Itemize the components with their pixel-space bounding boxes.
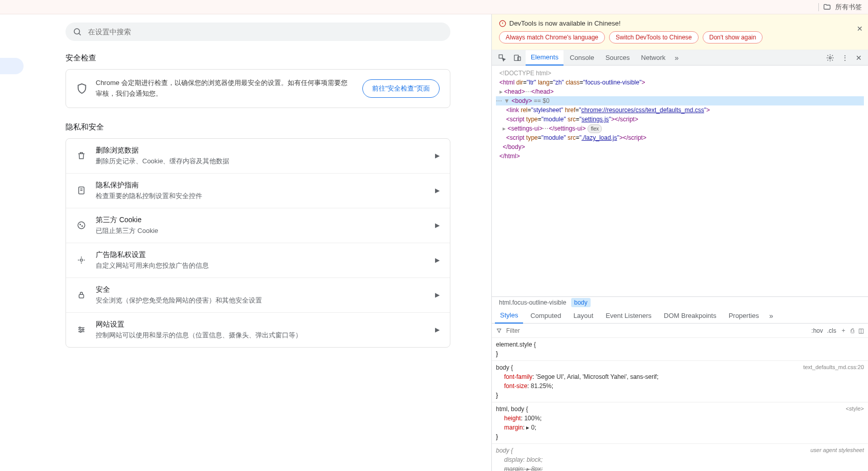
tab-console[interactable]: Console	[565, 50, 599, 66]
hov-toggle[interactable]: :hov	[811, 327, 823, 334]
trash-icon	[76, 151, 86, 160]
svg-point-7	[79, 327, 81, 329]
gear-icon[interactable]	[823, 54, 837, 62]
tab-event-listeners[interactable]: Event Listeners	[600, 308, 657, 324]
settings-pane: 安全检查 Chrome 会定期进行检查，以确保您的浏览器使用最安全的设置。如有任…	[0, 14, 491, 471]
computed-styles-icon[interactable]: ⎙	[851, 327, 854, 334]
svg-point-2	[78, 222, 85, 229]
flex-badge[interactable]: flex	[588, 124, 602, 133]
row-privacy-guide[interactable]: 隐私保护指南检查重要的隐私控制设置和安全控件 ▶	[66, 173, 450, 208]
dom-html-open[interactable]: <html dir="ltr" lang="zh" class="focus-o…	[496, 78, 864, 87]
dom-doctype[interactable]: <!DOCTYPE html>	[496, 69, 864, 78]
breadcrumb: html.focus-outline-visible body	[492, 296, 868, 308]
tab-computed[interactable]: Computed	[525, 308, 566, 324]
dom-script2[interactable]: <script type="module" src="./lazy_load.j…	[496, 133, 864, 142]
safety-check-heading: 安全检查	[66, 53, 450, 63]
devtools-pane: DevTools is now available in Chinese! Al…	[491, 14, 868, 471]
row-security[interactable]: 安全安全浏览（保护您免受危险网站的侵害）和其他安全设置 ▶	[66, 277, 450, 312]
svg-point-3	[80, 224, 81, 225]
more-tabs-icon[interactable]: »	[766, 312, 776, 320]
tab-layout[interactable]: Layout	[568, 308, 598, 324]
ads-icon	[76, 255, 86, 265]
row-sub: 安全浏览（保护您免受危险网站的侵害）和其他安全设置	[96, 296, 426, 305]
inspect-icon[interactable]	[495, 54, 509, 62]
styles-filter-input[interactable]	[506, 327, 807, 334]
svg-point-9	[80, 331, 81, 332]
always-match-language-button[interactable]: Always match Chrome's language	[499, 31, 605, 44]
rule-html-body[interactable]: <style> html, body { height: 100%; margi…	[492, 402, 868, 444]
search-input[interactable]	[88, 28, 443, 36]
cookie-icon	[76, 221, 86, 230]
more-tabs-icon[interactable]: »	[671, 54, 682, 62]
divider	[818, 3, 819, 11]
tab-sources[interactable]: Sources	[600, 50, 635, 66]
info-icon	[499, 20, 506, 27]
rule-body-1[interactable]: text_defaults_md.css:20 body { font-fami…	[492, 361, 868, 402]
row-title: 广告隐私权设置	[96, 250, 426, 260]
folder-icon	[823, 3, 831, 11]
tab-dom-breakpoints[interactable]: DOM Breakpoints	[659, 308, 722, 324]
dont-show-again-button[interactable]: Don't show again	[703, 31, 763, 44]
chevron-right-icon: ▶	[435, 222, 440, 229]
rule-source: user agent stylesheet	[810, 446, 864, 455]
tab-network[interactable]: Network	[636, 50, 671, 66]
all-bookmarks-label[interactable]: 所有书签	[835, 3, 862, 12]
dom-settings-ui[interactable]: ▸ <settings-ui>⋯</settings-ui>flex	[496, 124, 864, 133]
devtools-tabs: Elements Console Sources Network » ⋮ ✕	[492, 50, 868, 66]
crumb-html[interactable]: html.focus-outline-visible	[496, 298, 569, 307]
row-third-party-cookies[interactable]: 第三方 Cookie已阻止第三方 Cookie ▶	[66, 208, 450, 243]
switch-to-chinese-button[interactable]: Switch DevTools to Chinese	[609, 31, 699, 44]
rule-source[interactable]: <style>	[846, 404, 864, 413]
dom-link[interactable]: <link rel="stylesheet" href="chrome://re…	[496, 105, 864, 115]
row-title: 安全	[96, 285, 426, 294]
tab-styles[interactable]: Styles	[495, 308, 523, 324]
styles-filter-bar: :hov .cls ＋ ⎙ ◫	[492, 324, 868, 338]
kebab-icon[interactable]: ⋮	[838, 54, 852, 62]
bookmarks-bar: 所有书签	[0, 0, 868, 14]
styles-body[interactable]: element.style {} text_defaults_md.css:20…	[492, 338, 868, 471]
dom-script1[interactable]: <script type="module" src="settings.js">…	[496, 115, 864, 124]
lock-icon	[76, 290, 86, 299]
row-sub: 检查重要的隐私控制设置和安全控件	[96, 191, 426, 201]
close-devtools-icon[interactable]: ✕	[853, 54, 865, 62]
row-title: 网站设置	[96, 320, 426, 329]
tab-properties[interactable]: Properties	[724, 308, 764, 324]
row-sub: 已阻止第三方 Cookie	[96, 226, 426, 236]
tune-icon	[76, 325, 86, 334]
safety-check-card: Chrome 会定期进行检查，以确保您的浏览器使用最安全的设置。如有任何事项需要…	[66, 69, 450, 108]
row-ad-privacy[interactable]: 广告隐私权设置自定义网站可用来向您投放广告的信息 ▶	[66, 243, 450, 277]
crumb-body[interactable]: body	[571, 298, 591, 307]
cls-toggle[interactable]: .cls	[827, 327, 836, 334]
banner-text: DevTools is now available in Chinese!	[509, 19, 621, 27]
go-to-safety-check-button[interactable]: 前往"安全检查"页面	[362, 79, 440, 98]
dom-html-close[interactable]: </html>	[496, 152, 864, 161]
row-title: 第三方 Cookie	[96, 216, 426, 225]
dom-body-close[interactable]: </body>	[496, 142, 864, 152]
row-clear-browsing-data[interactable]: 删除浏览数据删除历史记录、Cookie、缓存内容及其他数据 ▶	[66, 139, 450, 173]
new-style-icon[interactable]: ＋	[840, 326, 847, 335]
tab-elements[interactable]: Elements	[526, 50, 563, 66]
settings-search[interactable]	[66, 23, 450, 41]
chevron-right-icon: ▶	[435, 152, 440, 159]
sidebar-active-pill	[0, 58, 24, 74]
filter-icon	[496, 328, 502, 334]
dom-tree[interactable]: <!DOCTYPE html> <html dir="ltr" lang="zh…	[492, 66, 868, 296]
styles-tabs: Styles Computed Layout Event Listeners D…	[492, 308, 868, 324]
safety-text: Chrome 会定期进行检查，以确保您的浏览器使用最安全的设置。如有任何事项需要…	[96, 78, 354, 99]
chevron-right-icon: ▶	[435, 256, 440, 264]
dom-head[interactable]: ▸ <head>⋯</head>	[496, 87, 864, 96]
shield-icon	[76, 83, 88, 94]
svg-point-0	[74, 29, 80, 34]
chevron-right-icon: ▶	[435, 291, 440, 298]
rule-source[interactable]: text_defaults_md.css:20	[803, 363, 864, 372]
dom-body-selected[interactable]: ⋯ ▼ <body> == $0	[496, 96, 864, 105]
privacy-heading: 隐私和安全	[66, 122, 450, 132]
rule-element-style[interactable]: element.style {}	[492, 338, 868, 361]
device-toggle-icon[interactable]	[510, 54, 525, 62]
row-sub: 控制网站可以使用和显示的信息（位置信息、摄像头、弹出式窗口等）	[96, 331, 426, 340]
close-icon[interactable]: ✕	[857, 25, 863, 33]
rule-user-agent[interactable]: user agent stylesheet body { display: bl…	[492, 444, 868, 471]
sidebar-toggle-icon[interactable]: ◫	[858, 327, 864, 334]
row-site-settings[interactable]: 网站设置控制网站可以使用和显示的信息（位置信息、摄像头、弹出式窗口等） ▶	[66, 312, 450, 347]
svg-rect-6	[79, 294, 84, 298]
